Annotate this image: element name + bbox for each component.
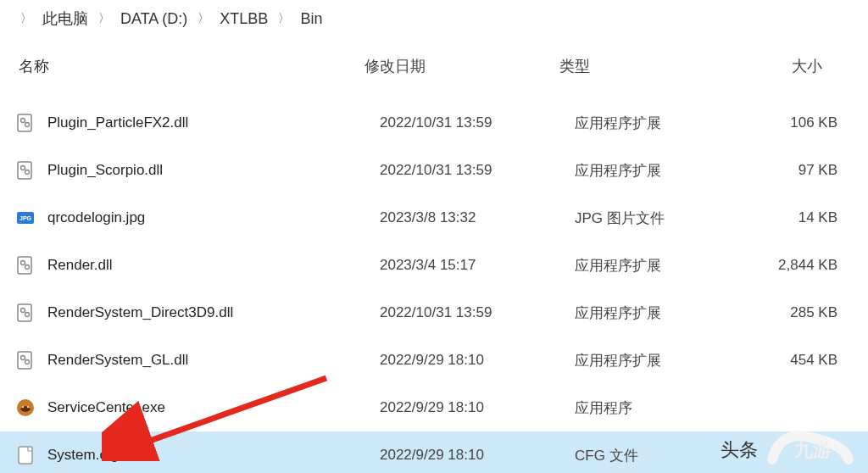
file-date: 2023/3/4 15:17 [380,257,575,274]
file-type: CFG 文件 [575,446,744,465]
file-name: Plugin_ParticleFX2.dll [47,114,188,131]
header-name[interactable]: 名称 [0,56,364,76]
breadcrumb-item[interactable]: Bin [300,10,322,28]
table-row[interactable]: qrcodelogin.jpg 2023/3/8 13:32 JPG 图片文件 … [0,194,868,242]
cfg-icon [15,445,36,465]
table-row[interactable]: RenderSystem_GL.dll 2022/9/29 18:10 应用程序… [0,337,868,384]
file-size: 14 KB [744,209,863,226]
file-date: 2022/10/31 13:59 [380,162,575,179]
file-name: System.cfg [47,447,119,464]
file-name: RenderSystem_Direct3D9.dll [47,304,233,321]
file-size: 97 KB [744,162,863,179]
file-name: Plugin_Scorpio.dll [47,162,163,179]
exe-icon [15,398,36,418]
file-date: 2023/3/8 13:32 [380,209,575,226]
jpg-icon [15,208,36,228]
table-row[interactable]: ServiceCenter.exe 2022/9/29 18:10 应用程序 [0,384,868,431]
file-name: Render.dll [47,257,113,274]
file-date: 2022/9/29 18:10 [380,352,575,369]
file-type: 应用程序 [575,398,744,418]
watermark-text: 头条 [721,437,758,463]
table-row[interactable]: Plugin_Scorpio.dll 2022/10/31 13:59 应用程序… [0,147,868,194]
table-row[interactable]: RenderSystem_Direct3D9.dll 2022/10/31 13… [0,289,868,337]
table-row[interactable]: Plugin_ParticleFX2.dll 2022/10/31 13:59 … [0,99,868,147]
file-type: JPG 图片文件 [575,209,744,228]
file-type: 应用程序扩展 [575,161,744,181]
chevron-right-icon: 〉 [98,11,110,26]
file-type: 应用程序扩展 [575,256,744,275]
file-size: 454 KB [744,352,863,369]
column-headers: 名称 修改日期 类型 大小 [0,41,868,89]
svg-text:九游: 九游 [793,439,832,460]
header-type[interactable]: 类型 [559,56,729,76]
dll-icon [15,255,36,275]
file-type: 应用程序扩展 [575,303,744,323]
breadcrumb-item[interactable]: 此电脑 [42,8,88,29]
file-date: 2022/9/29 18:10 [380,447,575,464]
breadcrumb-item[interactable]: XTLBB [220,10,268,28]
file-date: 2022/9/29 18:10 [380,399,575,416]
file-type: 应用程序扩展 [575,351,744,370]
file-name: RenderSystem_GL.dll [47,352,188,369]
breadcrumb: 〉 此电脑 〉 DATA (D:) 〉 XTLBB 〉 Bin [0,0,868,41]
file-name: qrcodelogin.jpg [47,209,145,226]
dll-icon [15,113,36,133]
file-size: 285 KB [744,304,863,321]
file-date: 2022/10/31 13:59 [380,304,575,321]
file-size: 106 KB [744,114,863,131]
dll-icon [15,160,36,181]
file-type: 应用程序扩展 [575,114,744,133]
breadcrumb-item[interactable]: DATA (D:) [120,10,187,28]
chevron-right-icon: 〉 [198,11,209,26]
file-list: Plugin_ParticleFX2.dll 2022/10/31 13:59 … [0,99,868,473]
table-row[interactable]: Render.dll 2023/3/4 15:17 应用程序扩展 2,844 K… [0,242,868,289]
watermark-logo: 九游 [760,424,861,470]
header-date[interactable]: 修改日期 [364,56,559,76]
chevron-right-icon: 〉 [20,11,32,26]
header-size[interactable]: 大小 [729,56,848,76]
dll-icon [15,350,36,370]
chevron-right-icon: 〉 [278,11,290,26]
file-date: 2022/10/31 13:59 [380,114,575,131]
dll-icon [15,303,36,323]
file-name: ServiceCenter.exe [47,399,165,416]
file-size: 2,844 KB [744,257,863,274]
